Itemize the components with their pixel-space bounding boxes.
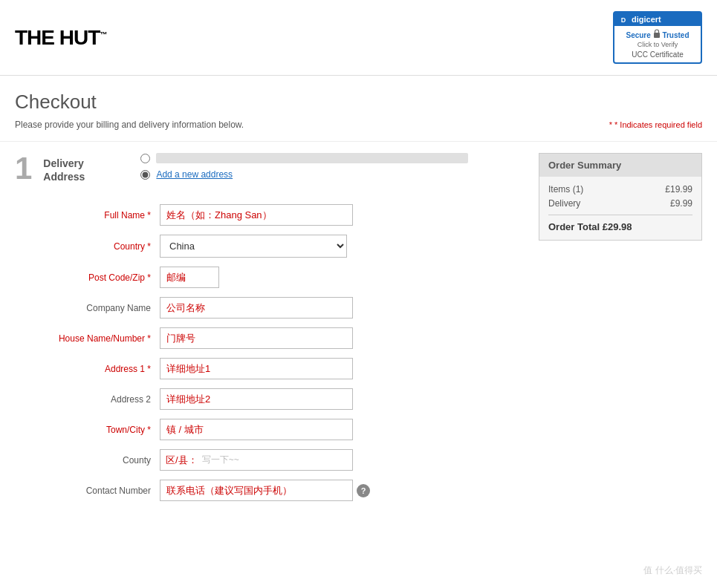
summary-items-row: Items (1) £19.99 xyxy=(548,184,692,195)
county-label: County xyxy=(15,455,160,466)
order-summary: Order Summary Items (1) £19.99 Delivery … xyxy=(539,153,702,510)
required-note: * * Indicates required field xyxy=(609,120,702,129)
postcode-input[interactable] xyxy=(160,267,219,288)
county-row: County 区/县： 写一下~~ xyxy=(15,449,524,471)
summary-delivery-row: Delivery £9.99 xyxy=(548,198,692,209)
digicert-click: Click to Verify xyxy=(620,41,695,48)
header: THE HUT™ D digicert Secure Trusted Click… xyxy=(0,0,717,76)
company-row: Company Name xyxy=(15,297,524,318)
new-address-option: Add a new address xyxy=(140,169,468,180)
page-title: Checkout xyxy=(15,91,702,114)
add-new-address-link[interactable]: Add a new address xyxy=(156,169,233,180)
address2-row: Address 2 xyxy=(15,388,524,410)
summary-box: Order Summary Items (1) £19.99 Delivery … xyxy=(539,153,702,241)
delivery-value: £9.99 xyxy=(670,198,692,209)
full-name-input[interactable] xyxy=(160,204,353,226)
trademark-symbol: ™ xyxy=(100,30,106,38)
town-label: Town/City * xyxy=(15,425,160,435)
contact-help-icon[interactable]: ? xyxy=(357,484,370,497)
summary-title: Order Summary xyxy=(539,154,701,177)
summary-divider xyxy=(548,215,692,215)
delivery-label: Delivery xyxy=(548,198,580,209)
country-select[interactable]: China United Kingdom United States Austr… xyxy=(160,235,347,258)
county-wrapper: 区/县： 写一下~~ xyxy=(160,449,353,471)
company-label: Company Name xyxy=(15,303,160,313)
summary-body: Items (1) £19.99 Delivery £9.99 Order To… xyxy=(539,177,701,240)
address1-row: Address 1 * xyxy=(15,358,524,379)
town-input[interactable] xyxy=(160,419,353,440)
subtitle-text: Please provide your billing and delivery… xyxy=(15,120,244,130)
county-input[interactable] xyxy=(160,449,353,471)
summary-total: Order Total £29.98 xyxy=(548,221,692,232)
house-row: House Name/Number * xyxy=(15,327,524,349)
company-input[interactable] xyxy=(160,297,353,318)
address1-label: Address 1 * xyxy=(15,364,160,374)
address-form: Full Name * Country * China United Kingd… xyxy=(15,204,524,501)
country-row: Country * China United Kingdom United St… xyxy=(15,235,524,258)
step-title: Delivery Address xyxy=(43,153,85,183)
address1-input[interactable] xyxy=(160,358,353,379)
step-header: 1 Delivery Address Add a new address xyxy=(15,153,524,193)
contact-row: Contact Number ? xyxy=(15,480,524,501)
postcode-label: Post Code/Zip * xyxy=(15,272,160,283)
site-logo: THE HUT™ xyxy=(15,26,106,50)
full-name-row: Full Name * xyxy=(15,204,524,226)
digicert-icon: D xyxy=(618,14,629,24)
total-label: Order Total £29.98 xyxy=(548,221,632,232)
full-name-label: Full Name * xyxy=(15,210,160,220)
house-input[interactable] xyxy=(160,327,353,349)
contact-label: Contact Number xyxy=(15,486,160,496)
items-label: Items (1) xyxy=(548,184,583,195)
lock-icon xyxy=(653,29,661,38)
digicert-badge[interactable]: D digicert Secure Trusted Click to Verif… xyxy=(613,11,702,64)
house-label: House Name/Number * xyxy=(15,333,160,344)
page-title-area: Checkout Please provide your billing and… xyxy=(0,76,717,142)
existing-address-radio[interactable] xyxy=(140,154,150,163)
existing-address-option xyxy=(140,153,468,163)
form-section: 1 Delivery Address Add a new address xyxy=(15,153,524,510)
town-row: Town/City * xyxy=(15,419,524,440)
address2-input[interactable] xyxy=(160,388,353,410)
contact-input[interactable] xyxy=(160,480,353,501)
main-content: 1 Delivery Address Add a new address xyxy=(0,142,717,521)
svg-rect-2 xyxy=(654,33,660,38)
digicert-body: Secure Trusted xyxy=(620,29,695,39)
ucc-label: UCC Certificate xyxy=(620,50,695,59)
step-number: 1 xyxy=(15,153,32,184)
address2-label: Address 2 xyxy=(15,394,160,405)
postcode-row: Post Code/Zip * xyxy=(15,267,524,288)
subtitle-bar: Please provide your billing and delivery… xyxy=(15,120,702,137)
address-options: Add a new address xyxy=(140,153,468,186)
svg-text:D: D xyxy=(621,16,626,24)
new-address-radio[interactable] xyxy=(140,170,150,180)
address-placeholder xyxy=(156,153,468,163)
digicert-header: D digicert xyxy=(614,13,701,26)
country-label: Country * xyxy=(15,241,160,252)
items-value: £19.99 xyxy=(665,184,692,195)
